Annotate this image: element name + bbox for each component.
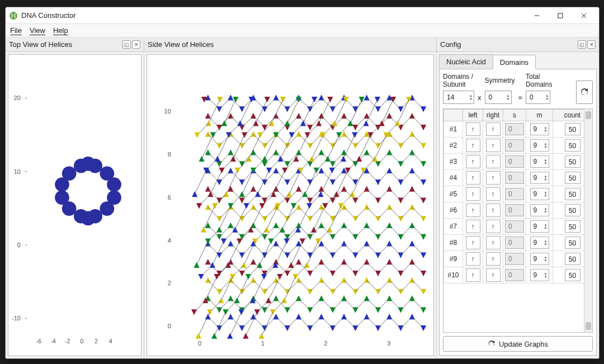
m-input[interactable]: 9▲▼ [530, 188, 549, 200]
table-scrollbar[interactable] [584, 109, 592, 332]
left-direction-button[interactable]: ↑ [466, 171, 480, 185]
menu-view[interactable]: View [30, 26, 45, 35]
svg-point-24 [100, 201, 115, 216]
scroll-up-icon[interactable] [586, 111, 591, 119]
panel-top-view: Top View of Helices ◱ ✕ 20 10 0 -10 [6, 37, 144, 358]
count-input[interactable]: 50 [565, 172, 581, 184]
table-row: #8↑↑09▲▼50 [444, 235, 592, 251]
m-input[interactable]: 9▲▼ [530, 123, 549, 135]
svg-marker-795 [199, 156, 204, 162]
input-domains-per-subunit[interactable]: 14 ▲▼ [443, 91, 474, 104]
m-input[interactable]: 9▲▼ [530, 269, 549, 281]
scroll-down-icon[interactable] [586, 322, 591, 330]
svg-marker-749 [194, 262, 199, 268]
s-input[interactable]: 0 [505, 172, 524, 184]
left-direction-button[interactable]: ↑ [466, 252, 480, 266]
m-input[interactable]: 9▲▼ [530, 172, 549, 184]
refresh-button[interactable] [576, 81, 593, 104]
count-input[interactable]: 50 [565, 204, 581, 216]
s-input[interactable]: 0 [505, 269, 524, 281]
tab-domains[interactable]: Domains [493, 55, 536, 69]
left-direction-button[interactable]: ↑ [466, 268, 480, 282]
right-direction-button[interactable]: ↑ [486, 220, 501, 233]
s-input[interactable]: 0 [505, 139, 524, 152]
count-input[interactable]: 50 [565, 237, 581, 249]
right-direction-button[interactable]: ↑ [486, 139, 501, 152]
right-direction-button[interactable]: ↑ [486, 187, 501, 201]
side-view-plot[interactable]: 10 8 6 4 2 0 0 1 2 3 [147, 54, 434, 356]
svg-rect-2 [558, 13, 563, 18]
svg-point-32 [81, 211, 96, 226]
panel-top-view-close-icon[interactable]: ✕ [132, 40, 140, 49]
right-direction-button[interactable]: ↑ [486, 236, 501, 249]
menu-file[interactable]: File [10, 26, 22, 35]
count-input[interactable]: 50 [565, 253, 581, 265]
svg-marker-603 [243, 333, 248, 338]
input-symmetry[interactable]: 0 ▲▼ [485, 91, 512, 104]
col-index [444, 110, 463, 121]
right-direction-button[interactable]: ↑ [486, 171, 501, 185]
count-input[interactable]: 50 [565, 155, 581, 168]
svg-marker-762 [212, 203, 218, 209]
m-input[interactable]: 9▲▼ [530, 155, 549, 168]
right-direction-button[interactable]: ↑ [486, 252, 501, 266]
s-input[interactable]: 0 [505, 188, 524, 200]
left-direction-button[interactable]: ↑ [466, 122, 480, 136]
top-view-plot[interactable]: 20 10 0 -10 -6 -4 -2 0 2 [8, 54, 141, 356]
m-input[interactable]: 9▲▼ [530, 253, 549, 265]
right-direction-button[interactable]: ↑ [486, 122, 501, 136]
left-direction-button[interactable]: ↑ [466, 155, 480, 168]
menu-help[interactable]: Help [53, 26, 68, 35]
svg-point-22 [107, 177, 121, 192]
s-input[interactable]: 0 [505, 123, 524, 135]
panel-config-detach-icon[interactable]: ◱ [578, 40, 586, 49]
m-input[interactable]: 9▲▼ [530, 139, 549, 152]
tab-nucleic-acid[interactable]: Nucleic Acid [439, 54, 493, 69]
domains-formula: Domains / Subunit 14 ▲▼ x Symmetry 0 ▲▼ [443, 73, 593, 104]
svg-point-30 [62, 166, 77, 181]
domain-table[interactable]: left right s m count #1↑↑09▲▼50#2↑↑09▲▼5… [443, 108, 593, 333]
s-input[interactable]: 0 [505, 155, 524, 168]
close-button[interactable] [572, 7, 596, 24]
minimize-button[interactable] [525, 7, 549, 24]
svg-marker-718 [266, 168, 272, 173]
count-input[interactable]: 50 [565, 123, 581, 135]
count-input[interactable]: 50 [565, 220, 581, 233]
m-input[interactable]: 9▲▼ [530, 237, 549, 249]
right-direction-button[interactable]: ↑ [486, 155, 501, 168]
m-input[interactable]: 9▲▼ [530, 220, 549, 233]
svg-marker-788 [192, 191, 197, 197]
table-row: #5↑↑09▲▼50 [444, 186, 592, 202]
s-input[interactable]: 0 [505, 237, 524, 249]
svg-text:4: 4 [168, 237, 171, 244]
row-index: #2 [444, 138, 463, 154]
update-graphs-button[interactable]: Update Graphs [443, 336, 593, 352]
count-input[interactable]: 50 [565, 269, 581, 281]
panel-top-view-detach-icon[interactable]: ◱ [122, 40, 131, 49]
table-row: #1↑↑09▲▼50 [444, 121, 592, 138]
right-direction-button[interactable]: ↑ [486, 204, 501, 217]
left-direction-button[interactable]: ↑ [466, 220, 480, 233]
count-input[interactable]: 50 [565, 139, 581, 152]
left-direction-button[interactable]: ↑ [466, 236, 480, 249]
titlebar[interactable]: DNA Constructor [6, 7, 599, 24]
left-direction-button[interactable]: ↑ [466, 139, 480, 152]
s-input[interactable]: 0 [505, 253, 524, 265]
s-input[interactable]: 0 [505, 220, 524, 233]
count-input[interactable]: 50 [565, 188, 581, 200]
svg-marker-777 [196, 203, 202, 209]
row-index: #7 [444, 219, 463, 235]
maximize-button[interactable] [549, 7, 572, 24]
svg-line-748 [197, 242, 208, 265]
left-direction-button[interactable]: ↑ [466, 187, 480, 201]
input-total-domains[interactable]: 0 ▲▼ [526, 91, 550, 104]
panel-config-close-icon[interactable]: ✕ [587, 40, 596, 49]
svg-text:3: 3 [387, 340, 390, 347]
s-input[interactable]: 0 [505, 204, 524, 216]
m-input[interactable]: 9▲▼ [530, 204, 549, 216]
left-direction-button[interactable]: ↑ [466, 204, 480, 217]
app-title: DNA Constructor [21, 11, 525, 20]
right-direction-button[interactable]: ↑ [486, 268, 501, 282]
col-left: left [463, 110, 483, 121]
svg-line-719 [258, 171, 269, 194]
